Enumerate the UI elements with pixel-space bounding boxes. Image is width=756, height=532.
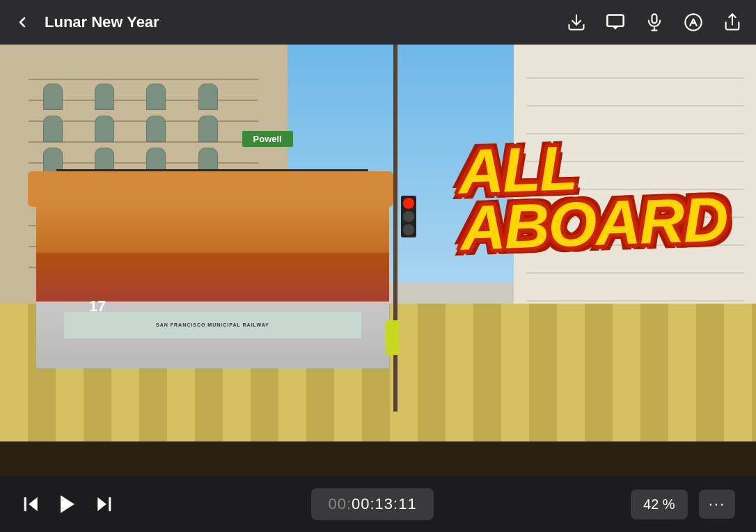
zoom-display: 42 %: [631, 490, 688, 519]
window: [146, 84, 166, 110]
video-player[interactable]: POWELL & MASON Sts. 17 SAN FRANCISCO MUN…: [0, 45, 756, 476]
right-controls: 42 % ···: [631, 490, 735, 519]
svg-point-7: [685, 14, 701, 30]
tl-red: [403, 198, 414, 209]
airplay-icon[interactable]: [606, 13, 625, 32]
person-figure: [386, 320, 400, 355]
page-title: Lunar New Year: [45, 13, 556, 31]
tl-green: [403, 224, 414, 235]
play-button[interactable]: [56, 492, 79, 516]
svg-rect-3: [607, 15, 623, 26]
transport-controls: [21, 492, 114, 516]
cable-car: POWELL & MASON Sts. 17 SAN FRANCISCO MUN…: [15, 131, 431, 368]
timecode-area: 00:00:13:11: [114, 488, 631, 520]
bottom-controls: 00:00:13:11 42 % ···: [0, 476, 756, 532]
street-sign: Powell: [242, 131, 293, 147]
microphone-icon[interactable]: [645, 13, 664, 32]
markup-icon[interactable]: [684, 13, 703, 32]
svg-rect-4: [652, 14, 657, 23]
video-scene: POWELL & MASON Sts. 17 SAN FRANCISCO MUN…: [0, 45, 756, 476]
cable-car-body: 17 SAN FRANCISCO MUNICIPAL RAILWAY: [36, 202, 390, 368]
more-icon: ···: [709, 495, 725, 513]
skip-forward-button[interactable]: [93, 494, 114, 515]
timecode-bright: 00:13:11: [352, 495, 417, 513]
zoom-value: 42: [643, 496, 659, 512]
zoom-unit: %: [663, 496, 675, 512]
svg-marker-11: [61, 495, 74, 513]
more-button[interactable]: ···: [699, 490, 735, 519]
top-bar: Lunar New Year: [0, 0, 756, 45]
share-icon[interactable]: [723, 13, 742, 32]
top-icons: [567, 13, 742, 32]
svg-rect-1: [607, 15, 623, 26]
timecode-dim: 00:: [328, 495, 352, 513]
window: [95, 84, 114, 110]
svg-marker-9: [29, 497, 38, 511]
track-area: [0, 441, 756, 476]
download-icon[interactable]: [567, 13, 586, 32]
skip-back-button[interactable]: [21, 494, 42, 515]
tl-yellow: [403, 211, 414, 222]
svg-marker-12: [97, 497, 107, 511]
traffic-light: [401, 196, 416, 237]
window: [198, 84, 218, 110]
back-button[interactable]: [14, 14, 31, 31]
cable-car-footer: SAN FRANCISCO MUNICIPAL RAILWAY: [64, 312, 361, 338]
timecode-display[interactable]: 00:00:13:11: [311, 488, 433, 520]
window: [43, 84, 63, 110]
